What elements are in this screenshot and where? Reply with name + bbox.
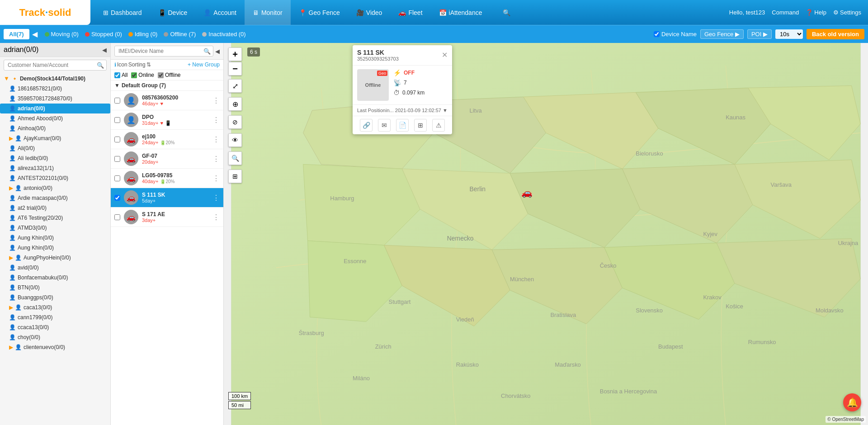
filter-online-label[interactable]: Online bbox=[131, 72, 154, 78]
device-row-7[interactable]: 🚗 S 171 AE 3day+ ⋮ bbox=[111, 208, 223, 227]
device-more-3[interactable]: ⋮ bbox=[212, 135, 220, 144]
tree-ainhoa[interactable]: 👤 Ainhoa(0/0) bbox=[0, 123, 110, 133]
sorting-label[interactable]: ℹ Icon Sorting ⇅ bbox=[114, 61, 151, 68]
tree-antest[interactable]: 👤 ANTEST202101(0/0) bbox=[0, 173, 110, 183]
all-tab-btn[interactable]: All(7) bbox=[4, 29, 29, 39]
notification-bell[interactable]: 🔔 bbox=[843, 393, 861, 411]
sidebar-collapse-btn[interactable]: ◀ bbox=[102, 47, 107, 53]
zoom-in-btn[interactable]: + bbox=[228, 47, 242, 61]
back-old-version-btn[interactable]: Back old version bbox=[807, 29, 864, 39]
nav-fleet[interactable]: 🚗 Fleet bbox=[390, 0, 430, 25]
tree-clientenuevo[interactable]: ▶ 👤 clientenuevo(0/0) bbox=[0, 342, 110, 352]
filter-all-label[interactable]: All bbox=[114, 72, 127, 78]
filter-offline-label[interactable]: Offline bbox=[158, 72, 180, 78]
tree-ahmed[interactable]: 👤 Ahmed Abood(0/0) bbox=[0, 113, 110, 123]
zoom-out-btn[interactable]: − bbox=[228, 62, 242, 76]
device-row-3[interactable]: 🚗 ej100 24day+ 🔋20% ⋮ bbox=[111, 130, 223, 149]
tree-ardie[interactable]: 👤 Ardie macaspac(0/0) bbox=[0, 193, 110, 203]
nav-iattendance[interactable]: 📅 iAttendance bbox=[431, 0, 491, 25]
filter-offline[interactable]: Offline (7) bbox=[164, 31, 196, 38]
device-more-4[interactable]: ⋮ bbox=[212, 155, 220, 163]
device-checkbox-3[interactable] bbox=[114, 137, 120, 142]
tree-alireza[interactable]: 👤 alireza132(1/1) bbox=[0, 163, 110, 173]
tree-ajay[interactable]: ▶ 👤 AjayKumar(0/0) bbox=[0, 133, 110, 143]
device-panel-collapse-btn[interactable]: ◀ bbox=[215, 48, 220, 55]
device-checkbox-1[interactable] bbox=[114, 98, 120, 104]
tree-btn[interactable]: 👤 BTN(0/0) bbox=[0, 283, 110, 293]
device-name-check[interactable]: Device Name bbox=[654, 31, 697, 38]
filter-online-checkbox[interactable] bbox=[131, 72, 137, 78]
tree-demo-group[interactable]: ▼ 🔸 Demo(Stock144/Total190) bbox=[0, 73, 110, 84]
device-more-6[interactable]: ⋮ bbox=[212, 194, 220, 202]
nav-device[interactable]: 📱 Device bbox=[150, 0, 196, 25]
new-group-btn[interactable]: + New Group bbox=[188, 61, 220, 68]
fullscreen-btn[interactable]: ⤢ bbox=[228, 79, 242, 93]
nav-account[interactable]: 👤 Account bbox=[195, 0, 245, 25]
interval-select[interactable]: 10s 5s 30s 1min bbox=[775, 29, 803, 39]
tree-aung-khin2[interactable]: 👤 Aung Khin(0/0) bbox=[0, 243, 110, 253]
nav-geo-fence[interactable]: 📍 Geo Fence bbox=[291, 0, 348, 25]
device-more-2[interactable]: ⋮ bbox=[212, 116, 220, 124]
device-row-4[interactable]: 🚗 GF-07 20day+ ⋮ bbox=[111, 149, 223, 169]
bell-button[interactable]: 🔔 bbox=[843, 393, 861, 411]
nav-monitor[interactable]: 🖥 Monitor bbox=[245, 0, 291, 25]
layers-btn[interactable]: ⊕ bbox=[228, 97, 242, 111]
tree-user-1[interactable]: 👤 18616857821(0/0) bbox=[0, 84, 110, 94]
filter-all-checkbox[interactable] bbox=[114, 72, 120, 78]
nav-command[interactable]: Command bbox=[772, 9, 799, 16]
tree-at2[interactable]: 👤 at2 trial(0/0) bbox=[0, 203, 110, 213]
filter-stopped[interactable]: Stopped (0) bbox=[85, 31, 122, 38]
nav-search-btn[interactable]: 🔍 bbox=[495, 0, 519, 25]
tree-ali-iedib[interactable]: 👤 Ali Iedib(0/0) bbox=[0, 153, 110, 163]
action-email-btn[interactable]: ✉ bbox=[378, 119, 391, 132]
popup-expand-btn[interactable]: ▼ bbox=[443, 108, 448, 113]
tree-avid[interactable]: 👤 avid(0/0) bbox=[0, 263, 110, 273]
nav-settings[interactable]: ⚙ Settings bbox=[833, 9, 861, 16]
sidebar-search-input[interactable] bbox=[4, 60, 107, 71]
popup-position[interactable]: Last Positionin... 2021-03-09 12:02:57 ▼ bbox=[353, 104, 452, 116]
filter-moving[interactable]: Moving (0) bbox=[45, 31, 79, 38]
device-search-input[interactable] bbox=[114, 46, 213, 57]
nav-video[interactable]: 🎥 Video bbox=[348, 0, 391, 25]
tree-ccaca13[interactable]: 👤 ccaca13(0/0) bbox=[0, 322, 110, 332]
eye-btn[interactable]: 👁 bbox=[228, 133, 242, 147]
tree-choy[interactable]: 👤 choy(0/0) bbox=[0, 332, 110, 342]
device-checkbox-5[interactable] bbox=[114, 175, 120, 181]
tree-bonfacemabuku[interactable]: 👤 Bonfacemabuku(0/0) bbox=[0, 273, 110, 283]
device-more-1[interactable]: ⋮ bbox=[212, 96, 220, 105]
tree-ali[interactable]: 👤 Ali(0/0) bbox=[0, 143, 110, 153]
action-doc-btn[interactable]: 📄 bbox=[396, 119, 409, 132]
action-grid-btn[interactable]: ⊞ bbox=[414, 119, 427, 132]
action-alert-btn[interactable]: ⚠ bbox=[432, 119, 445, 132]
poi-btn[interactable]: POI ▶ bbox=[747, 29, 772, 39]
device-checkbox-2[interactable] bbox=[114, 117, 120, 123]
device-row-1[interactable]: 👤 085763605200 46day+ ♥ ⋮ bbox=[111, 91, 223, 110]
tree-antonio[interactable]: ▶ 👤 antonio(0/0) bbox=[0, 183, 110, 193]
device-row-5[interactable]: 🚗 LG05-09785 40day+ 🔋20% ⋮ bbox=[111, 169, 223, 188]
device-row-6[interactable]: 🚗 S 111 SK 5day+ ⋮ bbox=[111, 188, 223, 208]
search-map-btn[interactable]: 🔍 bbox=[228, 151, 242, 165]
device-name-checkbox[interactable] bbox=[654, 31, 660, 37]
device-more-7[interactable]: ⋮ bbox=[212, 213, 220, 222]
device-checkbox-6[interactable] bbox=[114, 195, 120, 201]
tree-user-adrian[interactable]: 👤 adrian(0/0) bbox=[0, 104, 110, 113]
nav-dashboard[interactable]: ⊞ Dashboard bbox=[95, 0, 150, 25]
device-checkbox-7[interactable] bbox=[114, 214, 120, 220]
tree-caca13[interactable]: ▶ 👤 caca13(0/0) bbox=[0, 302, 110, 312]
tree-at6[interactable]: 👤 AT6 Testing(20/20) bbox=[0, 213, 110, 223]
filter-offline-checkbox[interactable] bbox=[158, 72, 164, 78]
collapse-sidebar-btn[interactable]: ◀ bbox=[32, 30, 38, 38]
popup-close-btn[interactable]: ✕ bbox=[442, 52, 448, 59]
tree-user-2[interactable]: 👤 3598570817284870/0) bbox=[0, 94, 110, 104]
no-gps-btn[interactable]: ⊘ bbox=[228, 115, 242, 129]
device-more-5[interactable]: ⋮ bbox=[212, 174, 220, 183]
filter-inactivated[interactable]: Inactivated (0) bbox=[202, 31, 245, 38]
filter-idling[interactable]: Idling (0) bbox=[128, 31, 158, 38]
grid-btn[interactable]: ⊞ bbox=[228, 170, 242, 183]
device-checkbox-4[interactable] bbox=[114, 156, 120, 162]
geo-fence-btn[interactable]: Geo Fence ▶ bbox=[700, 29, 744, 39]
tree-buanggps[interactable]: 👤 Buanggps(0/0) bbox=[0, 293, 110, 302]
tree-atmd3[interactable]: 👤 ATMD3(0/0) bbox=[0, 223, 110, 233]
tree-aungphyo[interactable]: ▶ 👤 AungPhyoHein(0/0) bbox=[0, 253, 110, 263]
action-link-btn[interactable]: 🔗 bbox=[360, 119, 373, 132]
